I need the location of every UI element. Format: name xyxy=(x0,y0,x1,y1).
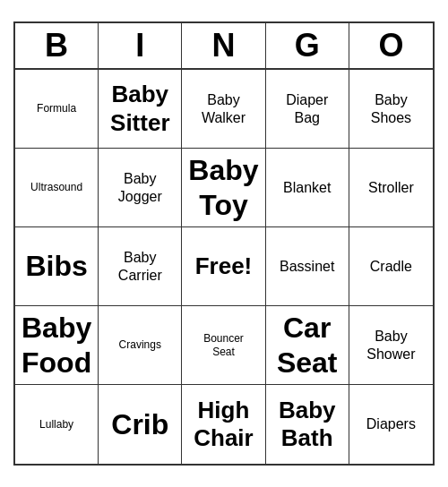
cell-text-13: Bassinet xyxy=(280,258,334,275)
bingo-cell-17: BouncerSeat xyxy=(182,306,265,385)
bingo-cell-24: Diapers xyxy=(349,385,433,464)
bingo-cell-20: Lullaby xyxy=(15,385,99,464)
cell-text-12: Free! xyxy=(195,252,253,280)
cell-text-21: Crib xyxy=(111,407,168,441)
cell-text-6: BabyJogger xyxy=(118,170,162,204)
bingo-header: BINGO xyxy=(15,23,433,70)
cell-text-15: BabyFood xyxy=(22,311,91,380)
bingo-cell-13: Bassinet xyxy=(266,227,349,306)
header-letter-i: I xyxy=(99,23,182,68)
bingo-cell-12: Free! xyxy=(182,227,265,306)
cell-text-5: Ultrasound xyxy=(30,181,82,193)
header-letter-g: G xyxy=(266,23,349,68)
cell-text-7: BabyToy xyxy=(188,153,258,222)
bingo-cell-4: BabyShoes xyxy=(349,70,433,149)
bingo-cell-10: Bibs xyxy=(15,227,99,306)
cell-text-18: CarSeat xyxy=(277,311,338,380)
bingo-cell-22: HighChair xyxy=(182,385,265,464)
bingo-cell-6: BabyJogger xyxy=(99,149,182,227)
cell-text-10: Bibs xyxy=(25,249,87,283)
bingo-cell-8: Blanket xyxy=(266,149,349,227)
bingo-cell-23: BabyBath xyxy=(266,385,349,464)
bingo-card: BINGO FormulaBabySitterBabyWalkerDiaperB… xyxy=(13,21,435,466)
cell-text-23: BabyBath xyxy=(279,397,336,452)
cell-text-19: BabyShower xyxy=(366,328,415,362)
bingo-cell-3: DiaperBag xyxy=(266,70,349,149)
cell-text-2: BabyWalker xyxy=(202,91,246,125)
bingo-cell-14: Cradle xyxy=(349,227,433,306)
bingo-cell-1: BabySitter xyxy=(99,70,182,149)
bingo-cell-21: Crib xyxy=(99,385,182,464)
cell-text-11: BabyCarrier xyxy=(118,249,162,283)
cell-text-9: Stroller xyxy=(368,179,414,196)
bingo-cell-9: Stroller xyxy=(349,149,433,227)
cell-text-22: HighChair xyxy=(194,397,253,452)
bingo-cell-18: CarSeat xyxy=(266,306,349,385)
cell-text-24: Diapers xyxy=(366,415,416,432)
bingo-cell-19: BabyShower xyxy=(349,306,433,385)
cell-text-14: Cradle xyxy=(370,258,412,275)
bingo-grid: FormulaBabySitterBabyWalkerDiaperBagBaby… xyxy=(15,70,433,464)
bingo-cell-16: Cravings xyxy=(99,306,182,385)
header-letter-n: N xyxy=(182,23,265,68)
cell-text-1: BabySitter xyxy=(110,81,169,136)
cell-text-4: BabyShoes xyxy=(371,91,411,125)
header-letter-o: O xyxy=(349,23,433,68)
cell-text-16: Cravings xyxy=(119,338,161,351)
bingo-cell-15: BabyFood xyxy=(15,306,99,385)
bingo-cell-0: Formula xyxy=(15,70,99,149)
bingo-cell-5: Ultrasound xyxy=(15,149,99,227)
header-letter-b: B xyxy=(15,23,99,68)
cell-text-0: Formula xyxy=(37,102,76,115)
bingo-cell-11: BabyCarrier xyxy=(99,227,182,306)
bingo-cell-2: BabyWalker xyxy=(182,70,265,149)
bingo-cell-7: BabyToy xyxy=(182,149,265,227)
cell-text-8: Blanket xyxy=(283,179,331,196)
cell-text-3: DiaperBag xyxy=(286,91,328,125)
cell-text-20: Lullaby xyxy=(39,418,73,431)
cell-text-17: BouncerSeat xyxy=(203,332,244,358)
